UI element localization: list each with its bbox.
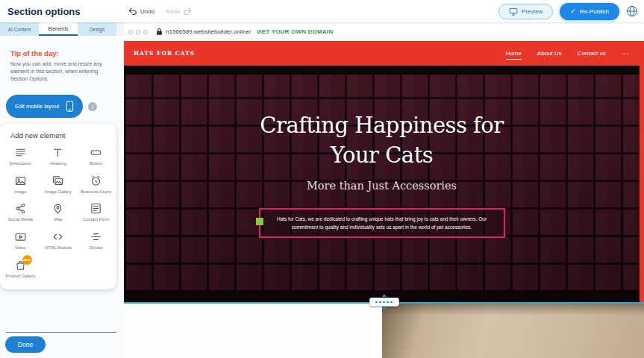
next-section[interactable] [124, 304, 644, 358]
section-resize-handle[interactable] [369, 294, 399, 310]
monitor-icon [509, 7, 518, 16]
carpet-image [382, 304, 644, 358]
element-map[interactable]: Map [40, 202, 78, 223]
element-image-gallery[interactable]: Image Gallery [40, 175, 78, 195]
get-domain-link[interactable]: GET YOUR OWN DOMAIN [257, 28, 333, 35]
redo-button[interactable]: Redo [166, 7, 192, 16]
hero-description-box[interactable]: Hats for Cats, we are dedicated to craft… [259, 208, 505, 238]
site-logo[interactable]: HATS FOR CATS [134, 50, 195, 57]
html-module-icon [51, 230, 64, 243]
hero-title[interactable]: Crafting Happiness forYour Cats [260, 110, 503, 170]
element-label: HTML Module [41, 245, 75, 251]
contact-form-icon [90, 202, 102, 215]
tab-ai-content[interactable]: AI Content [0, 22, 39, 36]
topbar: Section options Undo Redo Preview ✓ Re-P… [0, 0, 644, 22]
browser-preview: n1566589.websitebuilder.online/ GET YOUR… [124, 22, 644, 358]
site-url: n1566589.websitebuilder.online/ [166, 28, 251, 35]
done-button[interactable]: Done [5, 336, 46, 353]
element-heading[interactable]: Heading [40, 146, 78, 167]
grip-icon [369, 298, 399, 307]
republish-button[interactable]: ✓ Re-Publish [560, 3, 619, 20]
element-social-media[interactable]: Social Media [1, 202, 40, 223]
window-dot [143, 30, 148, 34]
hero-title-line1: Crafting Happiness for [260, 113, 503, 138]
check-icon: ✓ [570, 8, 576, 15]
window-dot [128, 30, 133, 34]
sidebar-divider [6, 332, 116, 333]
resize-arrow-down-icon [382, 307, 387, 310]
hero-section[interactable]: Crafting Happiness forYour Cats More tha… [124, 66, 640, 302]
tab-elements[interactable]: Elements [39, 22, 78, 36]
phone-icon [66, 101, 74, 112]
tip-of-the-day: Tip of the day: Now you can add, move an… [0, 36, 124, 86]
website-canvas: HATS FOR CATS HomeAbout UsContact us ⋯ C… [124, 41, 644, 358]
element-label: Social Media [3, 217, 37, 223]
element-contact-form[interactable]: Contact Form [77, 202, 115, 223]
undo-button[interactable]: Undo [128, 7, 154, 16]
undo-label: Undo [140, 8, 154, 15]
hero-subtitle[interactable]: More than Just Accessories [307, 180, 457, 192]
mobile-layout-row: Edit mobile layout i [6, 95, 124, 118]
button-icon [90, 146, 102, 159]
element-label: Map [41, 217, 75, 223]
element-label: Business Hours [79, 189, 113, 195]
new-badge: NEW [22, 255, 32, 265]
element-label: Button [79, 161, 113, 167]
element-video[interactable]: Video [1, 230, 40, 251]
preview-label: Preview [522, 8, 543, 15]
sidebar: Tip of the day: Now you can add, move an… [0, 36, 124, 358]
redo-label: Redo [166, 8, 180, 15]
element-button[interactable]: Button [77, 146, 115, 167]
globe-icon[interactable] [626, 5, 638, 17]
add-element-title: Add new element [10, 131, 115, 139]
social-media-icon [14, 202, 27, 215]
nav-item-about-us[interactable]: About Us [537, 47, 562, 60]
undo-icon [128, 7, 137, 16]
republish-label: Re-Publish [580, 8, 609, 15]
element-label: Contact Form [79, 217, 113, 223]
preview-button[interactable]: Preview [498, 4, 553, 19]
element-label: Divider [79, 245, 113, 251]
element-label: Video [3, 245, 37, 251]
hero-content: Crafting Happiness forYour Cats More tha… [124, 66, 640, 302]
business-hours-icon [90, 175, 102, 187]
hero-description-text: Hats for Cats, we are dedicated to craft… [267, 215, 497, 231]
undo-redo-controls: Undo Redo [128, 0, 192, 22]
element-label: Heading [41, 161, 75, 167]
video-icon [14, 230, 27, 243]
tab-design[interactable]: Design [78, 22, 116, 36]
browser-bar: n1566589.websitebuilder.online/ GET YOUR… [124, 22, 644, 41]
selection-handle[interactable] [256, 218, 263, 225]
heading-icon [51, 146, 64, 159]
element-divider[interactable]: Divider [77, 230, 115, 251]
element-label: Image Gallery [41, 189, 75, 195]
tip-body: Now you can add, move and resize any ele… [10, 60, 112, 83]
description-icon [14, 146, 27, 159]
lock-icon [156, 28, 163, 36]
nav-more-button[interactable]: ⋯ [622, 49, 629, 57]
image-gallery-icon [51, 175, 64, 187]
element-business-hours[interactable]: Business Hours [77, 175, 115, 195]
tip-title: Tip of the day: [10, 49, 112, 57]
element-image[interactable]: Image [1, 175, 40, 195]
window-dot [136, 30, 140, 34]
divider-icon [90, 230, 102, 243]
page-title: Section options [7, 6, 81, 17]
element-product-gallery[interactable]: Product GalleryNEW [1, 259, 40, 280]
site-header: HATS FOR CATS HomeAbout UsContact us ⋯ [124, 41, 644, 66]
resize-arrow-up-icon [382, 294, 387, 297]
add-element-panel: Add new element DescriptionHeadingButton… [0, 124, 116, 289]
element-label: Description [3, 161, 37, 167]
hero-title-line2: Your Cats [331, 142, 433, 168]
element-description[interactable]: Description [1, 146, 40, 167]
edit-mobile-label: Edit mobile layout [15, 103, 59, 110]
element-label: Product Gallery [3, 274, 37, 280]
element-html-module[interactable]: HTML Module [40, 230, 78, 251]
add-element-grid: DescriptionHeadingButtonImageImage Galle… [1, 146, 115, 279]
nav-item-home[interactable]: Home [506, 47, 522, 60]
info-icon[interactable]: i [88, 102, 97, 111]
nav-item-contact-us[interactable]: Contact us [578, 47, 606, 60]
image-icon [14, 175, 27, 187]
edit-mobile-layout-button[interactable]: Edit mobile layout [6, 95, 83, 118]
map-icon [51, 202, 64, 215]
